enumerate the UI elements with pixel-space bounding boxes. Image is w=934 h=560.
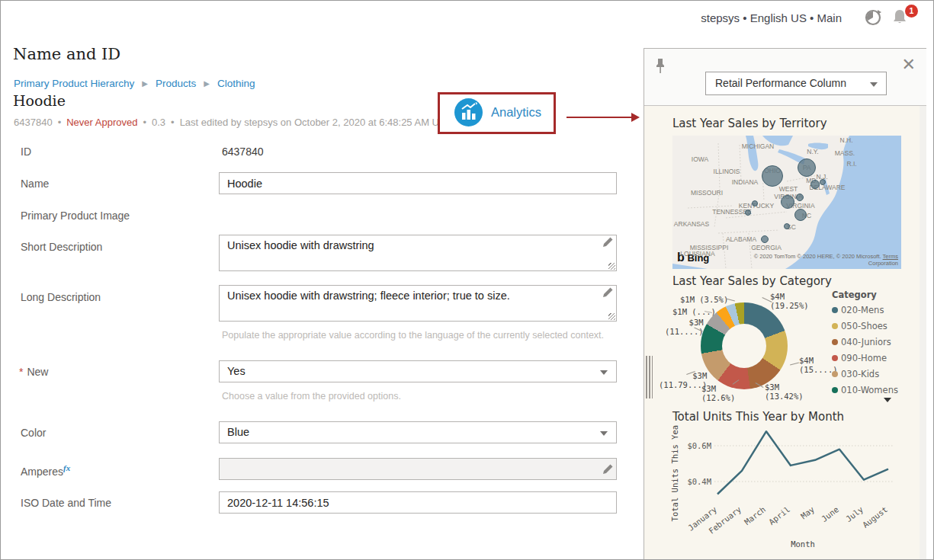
donut-slice-label: $3M (11.79...) — [659, 371, 707, 389]
charts-container: Last Year Sales by Territory — [644, 106, 920, 560]
map-state-label: R.I. — [846, 160, 856, 168]
breadcrumb-link-products[interactable]: Products — [156, 78, 196, 89]
legend-title: Category — [832, 290, 917, 300]
field-label-amperes: Amperesfx — [21, 463, 70, 478]
analytics-button[interactable]: Analytics — [454, 98, 541, 126]
analytics-panel-header: Retail Performance Column ✕ — [644, 49, 926, 106]
new-dropdown-value: Yes — [227, 365, 246, 377]
donut-slice-label: $3M (11....) — [665, 318, 704, 336]
notification-badge: 1 — [905, 5, 918, 18]
legend-item[interactable]: 030-Kids — [832, 369, 917, 379]
terms-link[interactable]: Terms — [883, 253, 898, 260]
map-state-label: IOWA — [692, 155, 708, 163]
field-label-long-description: Long Description — [21, 291, 101, 303]
legend-item[interactable]: 020-Mens — [832, 305, 917, 315]
analytics-icon — [454, 98, 483, 126]
last-edited: Last edited by stepsys on October 2, 202… — [180, 117, 461, 128]
svg-text:Total Units This Year: Total Units This Year — [670, 425, 679, 521]
donut-slice-label: $4M (19.25%) — [770, 292, 809, 310]
breadcrumb-link-clothing[interactable]: Clothing — [217, 78, 255, 89]
field-label-short-description: Short Description — [21, 241, 102, 253]
donut-slice-label: $3M (13.42%) — [765, 382, 804, 401]
legend-item[interactable]: 010-Womens — [832, 385, 917, 395]
map-state-label: INDIANA — [732, 178, 758, 186]
color-dropdown-value: Blue — [227, 426, 249, 438]
chevron-down-icon — [600, 370, 608, 375]
color-dropdown[interactable]: Blue — [219, 421, 617, 443]
map-state-label: ALABAMA — [726, 235, 756, 243]
analytics-button-label: Analytics — [491, 105, 541, 120]
map-state-label: LOUISIANA — [680, 250, 714, 258]
legend-color-dot — [832, 355, 838, 361]
donut-chart: $4M (19.25%)$4M (15....)$3M (13.42%)$3M … — [654, 287, 845, 409]
svg-text:$0.6M: $0.6M — [687, 441, 711, 450]
resize-handle[interactable] — [608, 313, 615, 320]
breadcrumb: Primary Product Hierarchy▶Products▶Cloth… — [14, 78, 255, 89]
map-sales-bubble — [794, 209, 807, 221]
close-icon[interactable]: ✕ — [902, 56, 916, 73]
required-asterisk: * — [19, 366, 23, 378]
legend-item-label: 090-Home — [841, 353, 887, 363]
edit-pencil-icon[interactable] — [602, 464, 613, 478]
notifications-bell-icon[interactable]: 1 — [891, 8, 912, 29]
map-state-label: MASS. — [835, 149, 855, 157]
legend-item-label: 030-Kids — [841, 369, 879, 379]
donut-chart-title: Last Year Sales by Category — [672, 274, 832, 288]
map-sales-bubble — [752, 200, 758, 206]
user-context-selector[interactable]: stepsys • English US • Main — [701, 11, 842, 24]
map-state-label: N.H. — [840, 136, 853, 144]
new-dropdown[interactable]: Yes — [219, 360, 617, 382]
svg-text:March: March — [743, 504, 767, 526]
field-label-id: ID — [21, 146, 31, 158]
svg-text:$0.4M: $0.4M — [687, 477, 711, 486]
svg-text:August: August — [861, 504, 889, 530]
panel-scrollbar[interactable] — [920, 106, 926, 560]
chevron-right-icon: ▶ — [142, 79, 148, 88]
legend-item[interactable]: 040-Juniors — [832, 337, 917, 347]
field-label-new: *New — [19, 366, 48, 378]
formula-fx-icon: fx — [63, 463, 70, 472]
line-chart: $0.4M$0.6MJanuaryFebruaryMarchAprilMayJu… — [667, 425, 905, 560]
field-label-iso-datetime: ISO Date and Time — [21, 497, 111, 509]
edit-pencil-icon[interactable] — [602, 287, 613, 301]
long-description-textarea[interactable]: Unisex hoodie with drawstring; fleece in… — [219, 285, 617, 322]
history-icon[interactable] — [863, 8, 884, 29]
short-description-textarea[interactable]: Unisex hoodie with drawstring — [219, 235, 617, 271]
chevron-down-icon — [600, 431, 608, 436]
territory-map: b Bing © 2020 TomTom © 2020 HERE, © 2020… — [672, 136, 901, 269]
name-input[interactable] — [219, 172, 617, 194]
legend-item-label: 010-Womens — [841, 385, 898, 395]
edit-pencil-icon[interactable] — [602, 237, 613, 251]
map-sales-bubble — [796, 194, 804, 201]
resize-handle[interactable] — [608, 263, 615, 270]
chevron-right-icon: ▶ — [204, 79, 210, 88]
product-title: Hoodie — [13, 92, 66, 109]
iso-datetime-input[interactable] — [219, 491, 617, 514]
donut-slice-label: $1M (3.5%) — [680, 295, 728, 304]
panel-resize-handle[interactable] — [646, 356, 653, 398]
svg-text:April: April — [767, 504, 791, 526]
analytics-view-dropdown[interactable]: Retail Performance Column — [705, 72, 887, 95]
product-id: 6437840 — [14, 117, 53, 128]
line-chart-title: Total Units This Year by Month — [672, 410, 844, 424]
legend-item-label: 040-Juniors — [841, 337, 891, 347]
map-sales-bubble — [781, 195, 794, 209]
map-sales-bubble — [820, 179, 826, 185]
map-state-label: MISSOURI — [691, 189, 723, 197]
annotation-arrow — [566, 117, 632, 118]
analytics-view-value: Retail Performance Column — [715, 77, 846, 89]
map-state-label: ILLINOIS — [714, 168, 740, 175]
legend-color-dot — [832, 339, 838, 345]
legend-color-dot — [832, 323, 838, 329]
legend-item[interactable]: 090-Home — [832, 353, 917, 363]
map-state-label: WEST — [779, 185, 798, 193]
pin-icon[interactable] — [654, 58, 666, 78]
breadcrumb-link-hierarchy[interactable]: Primary Product Hierarchy — [14, 78, 134, 89]
legend-scroll-down-icon[interactable] — [884, 398, 891, 402]
legend-item[interactable]: 050-Shoes — [832, 321, 917, 331]
map-state-label: ARKANSAS — [674, 220, 709, 228]
legend-item-label: 020-Mens — [841, 305, 884, 315]
svg-text:Month: Month — [791, 539, 815, 549]
approval-status: Never Approved — [66, 117, 137, 128]
new-helper: Choose a value from the provided options… — [222, 391, 401, 402]
